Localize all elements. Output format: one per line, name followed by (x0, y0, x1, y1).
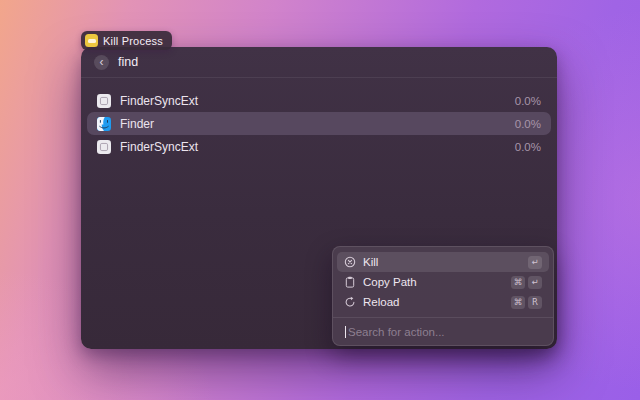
kill-icon (344, 256, 356, 268)
keycap-cmd: ⌘ (511, 296, 525, 309)
text-caret (345, 326, 346, 338)
process-row-findersyncext-2[interactable]: FinderSyncExt 0.0% (87, 135, 551, 158)
kill-process-extension-icon (85, 34, 98, 47)
action-label: Copy Path (363, 276, 417, 288)
action-search-input[interactable]: Search for action... (337, 318, 549, 345)
keycap-cmd: ⌘ (511, 276, 525, 289)
process-name: FinderSyncExt (120, 94, 198, 108)
kill-process-badge[interactable]: Kill Process (81, 31, 172, 50)
action-panel: Kill ↵ Copy Path ⌘ ↵ (332, 246, 554, 346)
search-input[interactable]: find (118, 55, 138, 69)
cpu-percent: 0.0% (515, 118, 541, 130)
keycap-r: R (528, 296, 542, 309)
search-header: ‹ find (81, 47, 557, 78)
extension-icon (97, 94, 111, 108)
keycap-return: ↵ (528, 276, 542, 289)
back-button[interactable]: ‹ (94, 55, 109, 70)
action-kill[interactable]: Kill ↵ (337, 252, 549, 272)
action-search-placeholder: Search for action... (348, 326, 445, 338)
badge-label: Kill Process (103, 35, 163, 47)
process-name: FinderSyncExt (120, 140, 198, 154)
process-row-finder[interactable]: Finder 0.0% (87, 112, 551, 135)
clipboard-icon (344, 276, 356, 288)
process-row-findersyncext-1[interactable]: FinderSyncExt 0.0% (87, 89, 551, 112)
action-copy-path[interactable]: Copy Path ⌘ ↵ (337, 272, 549, 292)
action-reload[interactable]: Reload ⌘ R (337, 292, 549, 312)
process-name: Finder (120, 117, 154, 131)
chevron-left-icon: ‹ (100, 56, 104, 69)
action-label: Kill (363, 256, 378, 268)
extension-icon (97, 140, 111, 154)
finder-icon (97, 117, 111, 131)
launcher-window: ‹ find FinderSyncExt 0.0% (81, 47, 557, 349)
cpu-percent: 0.0% (515, 141, 541, 153)
action-label: Reload (363, 296, 399, 308)
keycap-return: ↵ (528, 256, 542, 269)
process-list: FinderSyncExt 0.0% Finder 0.0% (81, 78, 557, 158)
cpu-percent: 0.0% (515, 95, 541, 107)
reload-icon (344, 296, 356, 308)
